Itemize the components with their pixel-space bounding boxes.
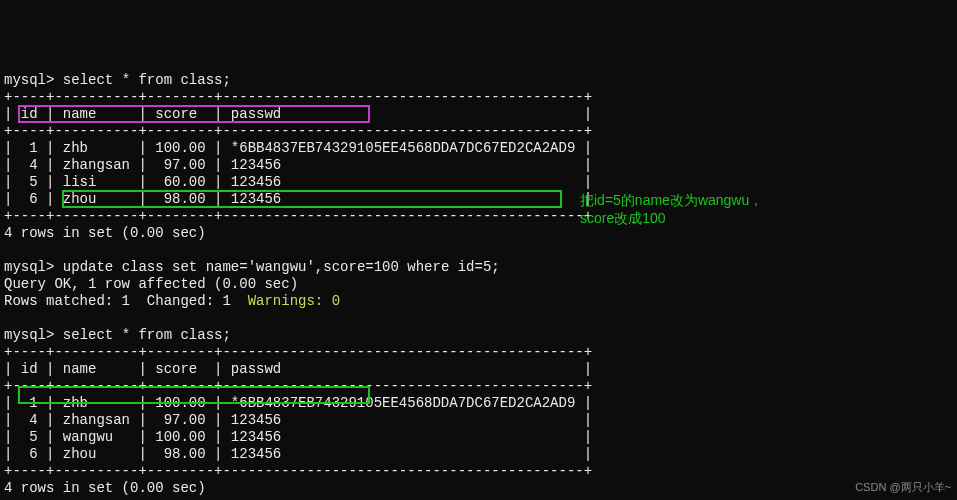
table-row: | 5 | lisi | 60.00 | 123456 |	[4, 174, 592, 190]
table-separator: +----+----------+--------+--------------…	[4, 89, 592, 105]
mysql-prompt: mysql>	[4, 259, 54, 275]
table-separator: +----+----------+--------+--------------…	[4, 344, 592, 360]
table-row: | 4 | zhangsan | 97.00 | 123456 |	[4, 412, 592, 428]
table-row: | 6 | zhou | 98.00 | 123456 |	[4, 191, 592, 207]
result-footer: 4 rows in set (0.00 sec)	[4, 225, 206, 241]
table-row: | 6 | zhou | 98.00 | 123456 |	[4, 446, 592, 462]
sql-command: select * from class;	[63, 72, 231, 88]
table-row: | 1 | zhb | 100.00 | *6BB4837EB74329105E…	[4, 395, 592, 411]
table-row: | 1 | zhb | 100.00 | *6BB4837EB74329105E…	[4, 140, 592, 156]
table-row: | 5 | wangwu | 100.00 | 123456 |	[4, 429, 592, 445]
sql-command: select * from class;	[63, 327, 231, 343]
table-separator: +----+----------+--------+--------------…	[4, 378, 592, 394]
sql-command: update class set name='wangwu',score=100…	[63, 259, 500, 275]
warnings-text: Warnings: 0	[248, 293, 340, 309]
table-separator: +----+----------+--------+--------------…	[4, 123, 592, 139]
result-footer: 4 rows in set (0.00 sec)	[4, 480, 206, 496]
annotation-text: 把id=5的name改为wangwu， score改成100	[580, 191, 763, 227]
query-status: Query OK, 1 row affected (0.00 sec)	[4, 276, 298, 292]
query-status: Rows matched: 1 Changed: 1	[4, 293, 248, 309]
table-separator: +----+----------+--------+--------------…	[4, 208, 592, 224]
table-header: | id | name | score | passwd |	[4, 106, 592, 122]
table-separator: +----+----------+--------+--------------…	[4, 463, 592, 479]
table-row: | 4 | zhangsan | 97.00 | 123456 |	[4, 157, 592, 173]
mysql-prompt: mysql>	[4, 327, 54, 343]
mysql-prompt: mysql>	[4, 72, 54, 88]
terminal-output: mysql> select * from class; +----+------…	[4, 72, 957, 500]
table-header: | id | name | score | passwd |	[4, 361, 592, 377]
watermark-text: CSDN @两只小羊~	[855, 479, 951, 496]
